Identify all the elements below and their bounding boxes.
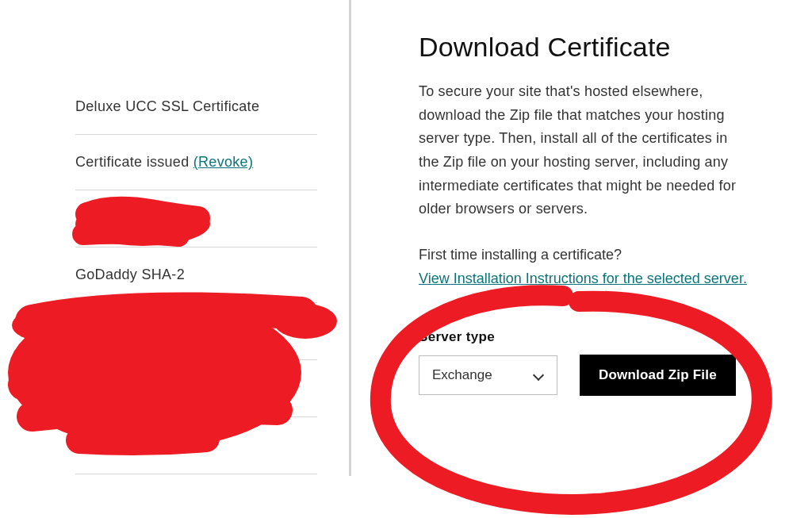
install-instructions-link[interactable]: View Installation Instructions for the s… <box>419 271 747 286</box>
download-zip-button[interactable]: Download Zip File <box>580 355 736 396</box>
svg-point-4 <box>12 309 75 341</box>
list-item <box>75 360 317 417</box>
first-time-label: First time installing a certificate? <box>419 244 752 267</box>
list-item <box>75 417 317 474</box>
cert-type-label: Deluxe UCC SSL Certificate <box>75 98 259 114</box>
chevron-down-icon <box>533 370 544 381</box>
list-item: GoDaddy SHA-2 <box>75 247 317 303</box>
certificate-details-panel: Deluxe UCC SSL Certificate Certificate i… <box>0 0 349 518</box>
list-item: Certificate issued (Revoke) <box>75 135 317 190</box>
download-panel: Download Certificate To secure your site… <box>351 0 812 518</box>
download-description: To secure your site that's hosted elsewh… <box>419 80 752 221</box>
cert-status-label: Certificate issued <box>75 154 193 170</box>
server-type-section: Server type Exchange Download Zip File <box>419 329 780 396</box>
list-item <box>75 190 317 247</box>
list-item: Deluxe UCC SSL Certificate <box>75 79 317 135</box>
revoke-link[interactable]: (Revoke) <box>193 154 253 170</box>
signature-alg-label: GoDaddy SHA-2 <box>75 267 185 282</box>
server-type-value: Exchange <box>432 367 533 383</box>
list-item <box>75 303 317 360</box>
server-type-label: Server type <box>419 329 780 345</box>
page-title: Download Certificate <box>419 32 780 63</box>
server-type-select[interactable]: Exchange <box>419 355 557 395</box>
